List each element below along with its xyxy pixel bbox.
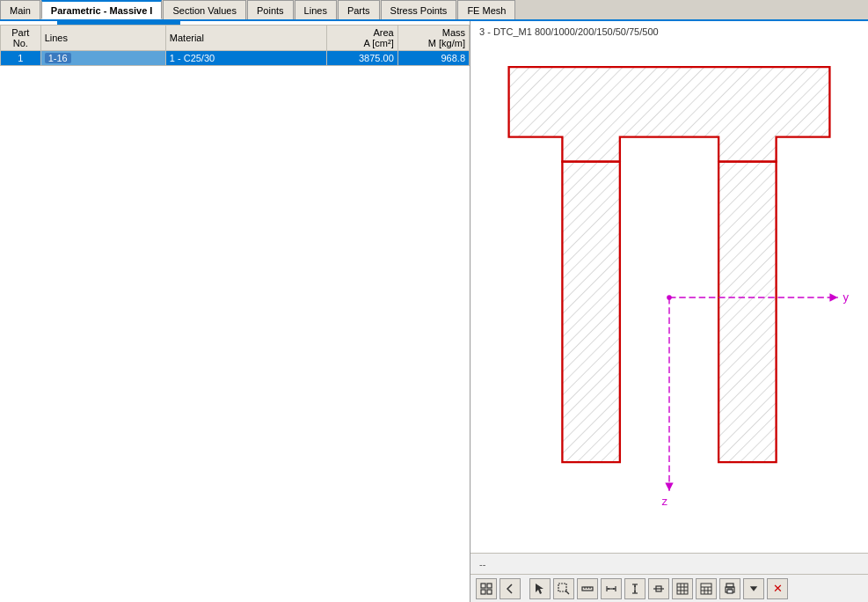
viewport[interactable]: y z <box>470 42 868 553</box>
toolbar-settings-button[interactable]: ✕ <box>767 578 788 599</box>
main-layout: PartNo. Lines Material AreaA [cm²] MassM… <box>0 21 868 602</box>
z-axis-label: z <box>662 495 668 508</box>
svg-line-7 <box>565 591 569 594</box>
cross-section-shape <box>509 67 830 162</box>
cell-mass: 968.8 <box>398 51 469 66</box>
svg-rect-4 <box>487 590 492 594</box>
cell-part-no: 1 <box>1 51 41 66</box>
toolbar-measure-ruler-button[interactable] <box>577 578 598 599</box>
col-header-mass: MassM [kg/m] <box>398 26 469 51</box>
centroid-marker <box>667 295 672 300</box>
tab-main[interactable]: Main <box>0 0 40 19</box>
tab-section-values[interactable]: Section Values <box>163 0 246 19</box>
svg-rect-6 <box>558 584 566 591</box>
toolbar-print-button[interactable] <box>719 578 740 599</box>
y-axis-arrow <box>829 293 837 301</box>
parts-table-container: PartNo. Lines Material AreaA [cm²] MassM… <box>0 25 470 602</box>
tab-fe-mesh[interactable]: FE Mesh <box>457 0 515 19</box>
svg-rect-2 <box>487 584 492 588</box>
tab-bar: Main Parametric - Massive I Section Valu… <box>0 0 868 21</box>
left-panel: PartNo. Lines Material AreaA [cm²] MassM… <box>0 21 470 602</box>
right-panel: 3 - DTC_M1 800/1000/200/150/50/75/500 <box>470 21 868 602</box>
toolbar-table-button[interactable] <box>696 578 717 599</box>
toolbar-grid-button[interactable] <box>672 578 693 599</box>
toolbar-zoom-window-button[interactable] <box>553 578 574 599</box>
tab-parametric[interactable]: Parametric - Massive I <box>41 0 163 19</box>
svg-marker-38 <box>750 586 757 591</box>
z-axis-arrow <box>665 482 673 490</box>
svg-rect-1 <box>481 584 485 588</box>
tab-parts[interactable]: Parts <box>338 0 380 19</box>
toolbar-fit-button[interactable] <box>476 578 497 599</box>
col-header-area: AreaA [cm²] <box>326 26 398 51</box>
toolbar-back-button[interactable] <box>500 578 521 599</box>
left-web <box>562 162 619 462</box>
tab-stress-points[interactable]: Stress Points <box>381 0 457 19</box>
cell-material: 1 - C25/30 <box>165 51 326 66</box>
toolbar-cursor-button[interactable] <box>529 578 551 599</box>
tab-points[interactable]: Points <box>247 0 294 19</box>
cell-lines: 1-16 <box>40 51 165 66</box>
toolbar-section-button[interactable] <box>648 578 669 599</box>
tab-lines[interactable]: Lines <box>295 0 337 19</box>
parts-table: PartNo. Lines Material AreaA [cm²] MassM… <box>0 25 470 66</box>
toolbar-measure-v-button[interactable] <box>624 578 646 599</box>
table-row[interactable]: 1 1-16 1 - C25/30 3875.00 968.8 <box>1 51 470 66</box>
status-bar: -- <box>470 553 868 574</box>
col-header-part-no: PartNo. <box>1 26 41 51</box>
svg-marker-5 <box>536 584 543 594</box>
viewport-title: 3 - DTC_M1 800/1000/200/150/50/75/500 <box>470 21 868 42</box>
col-header-lines: Lines <box>40 26 165 51</box>
status-text: -- <box>476 559 863 569</box>
bottom-toolbar: ✕ <box>470 574 868 602</box>
svg-rect-36 <box>727 590 733 593</box>
y-axis-label: y <box>842 290 849 304</box>
cell-area: 3875.00 <box>326 51 398 66</box>
svg-rect-29 <box>701 584 711 594</box>
toolbar-measure-h-button[interactable] <box>601 578 622 599</box>
cross-section-svg: y z <box>470 42 868 553</box>
svg-rect-3 <box>481 590 485 594</box>
toolbar-print-dropdown-button[interactable] <box>743 578 764 599</box>
svg-rect-28 <box>677 584 688 594</box>
right-web <box>718 162 776 462</box>
col-header-material: Material <box>165 26 326 51</box>
